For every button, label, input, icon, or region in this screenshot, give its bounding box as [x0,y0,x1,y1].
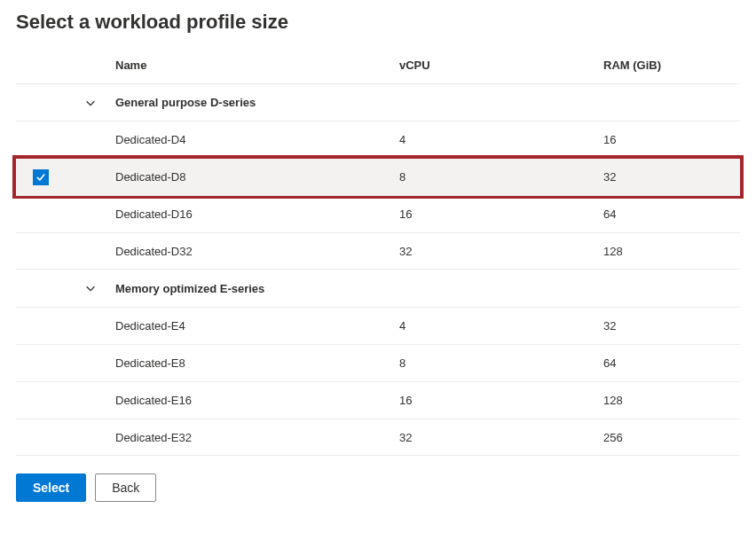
row-ram: 32 [603,163,740,191]
back-button[interactable]: Back [95,473,156,502]
row-vcpu: 16 [399,200,603,228]
table-row[interactable]: Dedicated-E16 16 128 [16,381,740,419]
row-ram: 256 [603,424,740,451]
row-name: Dedicated-D32 [115,238,399,265]
row-name: Dedicated-E8 [115,349,399,377]
row-name: Dedicated-E32 [115,424,399,451]
group-header-d-series[interactable]: General purpose D-series [16,83,740,121]
row-name: Dedicated-D4 [115,126,399,153]
row-ram: 32 [603,312,740,340]
column-header-ram[interactable]: RAM (GiB) [603,51,740,79]
row-name: Dedicated-D8 [115,163,399,191]
row-ram: 16 [603,126,740,153]
table-row[interactable]: Dedicated-D16 16 64 [16,195,740,232]
group-header-e-series[interactable]: Memory optimized E-series [16,270,740,307]
row-vcpu: 32 [399,238,603,265]
row-name: Dedicated-D16 [115,200,399,228]
table-row[interactable]: Dedicated-E8 8 64 [16,344,740,381]
table-row[interactable]: Dedicated-E4 4 32 [16,307,740,344]
table-row[interactable]: Dedicated-D32 32 128 [16,232,740,270]
row-vcpu: 8 [399,163,603,191]
dialog-footer: Select Back [16,473,740,502]
row-vcpu: 4 [399,312,603,340]
row-name: Dedicated-E16 [115,387,399,414]
row-vcpu: 4 [399,126,603,153]
chevron-down-icon [84,282,97,294]
group-expander[interactable] [66,90,115,116]
table-row[interactable]: Dedicated-D8 8 32 [16,158,740,195]
page-title: Select a workload profile size [16,11,740,34]
table-row[interactable]: Dedicated-E32 32 256 [16,419,740,456]
row-vcpu: 32 [399,424,603,451]
row-vcpu: 8 [399,349,603,377]
group-label: Memory optimized E-series [115,275,740,302]
column-header-name[interactable]: Name [115,51,399,79]
row-ram: 64 [603,349,740,377]
chevron-down-icon [84,97,97,109]
group-label: General purpose D-series [115,89,740,116]
row-checkbox[interactable] [33,169,49,185]
row-name: Dedicated-E4 [115,312,399,340]
checkmark-icon [35,172,46,183]
group-expander[interactable] [66,275,115,301]
row-ram: 128 [603,387,740,414]
table-header-row: Name vCPU RAM (GiB) [16,46,740,83]
header-expand-spacer [66,58,115,72]
table-row[interactable]: Dedicated-D4 4 16 [16,121,740,158]
row-ram: 64 [603,200,740,228]
row-ram: 128 [603,238,740,265]
header-check-spacer [16,58,66,72]
profile-size-table: Name vCPU RAM (GiB) General purpose D-se… [16,46,740,456]
select-button[interactable]: Select [16,473,86,502]
row-vcpu: 16 [399,387,603,414]
column-header-vcpu[interactable]: vCPU [399,51,603,79]
